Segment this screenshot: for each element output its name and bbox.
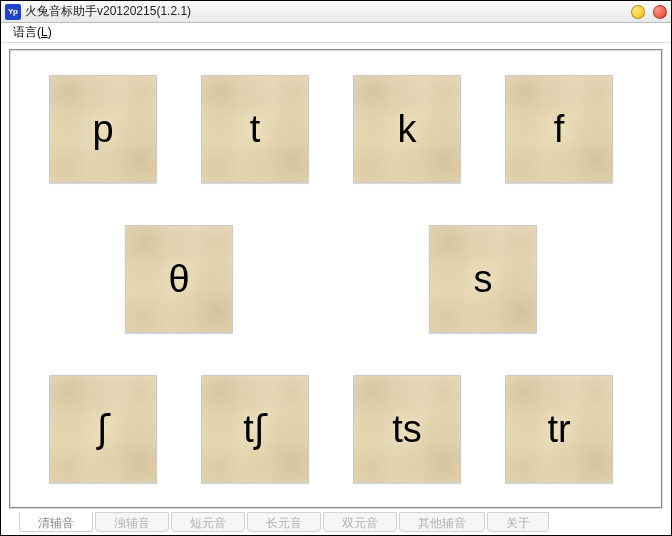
menu-language-label: 语言 — [13, 25, 37, 39]
minimize-button[interactable] — [631, 5, 645, 19]
phoneme-card[interactable]: f — [505, 75, 613, 183]
phoneme-symbol: s — [474, 260, 493, 298]
menu-language-accel: L — [41, 25, 48, 39]
phoneme-card[interactable]: t — [201, 75, 309, 183]
phoneme-card[interactable]: s — [429, 225, 537, 333]
app-icon: Yp — [5, 4, 21, 20]
tab-about[interactable]: 关于 — [487, 512, 549, 532]
phoneme-symbol: ʃ — [97, 410, 110, 448]
phoneme-card[interactable]: tr — [505, 375, 613, 483]
phoneme-card[interactable]: tʃ — [201, 375, 309, 483]
phoneme-symbol: ts — [392, 410, 422, 448]
phoneme-card[interactable]: k — [353, 75, 461, 183]
menu-language[interactable]: 语言(L) — [7, 22, 58, 43]
tab-diphthongs[interactable]: 双元音 — [323, 512, 397, 532]
phoneme-symbol: k — [398, 110, 417, 148]
window-title: 火兔音标助手v20120215(1.2.1) — [25, 3, 623, 20]
app-window: Yp 火兔音标助手v20120215(1.2.1) 语言(L) p t k f … — [0, 0, 672, 536]
menubar: 语言(L) — [1, 23, 671, 43]
titlebar: Yp 火兔音标助手v20120215(1.2.1) — [1, 1, 671, 23]
tab-voiced-consonants[interactable]: 浊辅音 — [95, 512, 169, 532]
phoneme-symbol: θ — [168, 260, 189, 298]
phoneme-symbol: p — [92, 110, 113, 148]
phoneme-symbol: tʃ — [243, 410, 267, 448]
tab-voiceless-consonants[interactable]: 清辅音 — [19, 512, 93, 532]
phoneme-symbol: tr — [547, 410, 570, 448]
tab-strip: 清辅音 浊辅音 短元音 长元音 双元音 其他辅音 关于 — [9, 511, 663, 533]
card-panel: p t k f θ s ʃ tʃ ts tr — [9, 49, 663, 509]
phoneme-symbol: f — [554, 110, 565, 148]
tab-other-consonants[interactable]: 其他辅音 — [399, 512, 485, 532]
phoneme-symbol: t — [250, 110, 261, 148]
close-button[interactable] — [653, 5, 667, 19]
tab-short-vowels[interactable]: 短元音 — [171, 512, 245, 532]
phoneme-card[interactable]: p — [49, 75, 157, 183]
tab-long-vowels[interactable]: 长元音 — [247, 512, 321, 532]
phoneme-card[interactable]: θ — [125, 225, 233, 333]
phoneme-card[interactable]: ts — [353, 375, 461, 483]
client-area: p t k f θ s ʃ tʃ ts tr 清辅音 浊辅音 短元音 长元音 — [1, 43, 671, 535]
phoneme-card[interactable]: ʃ — [49, 375, 157, 483]
